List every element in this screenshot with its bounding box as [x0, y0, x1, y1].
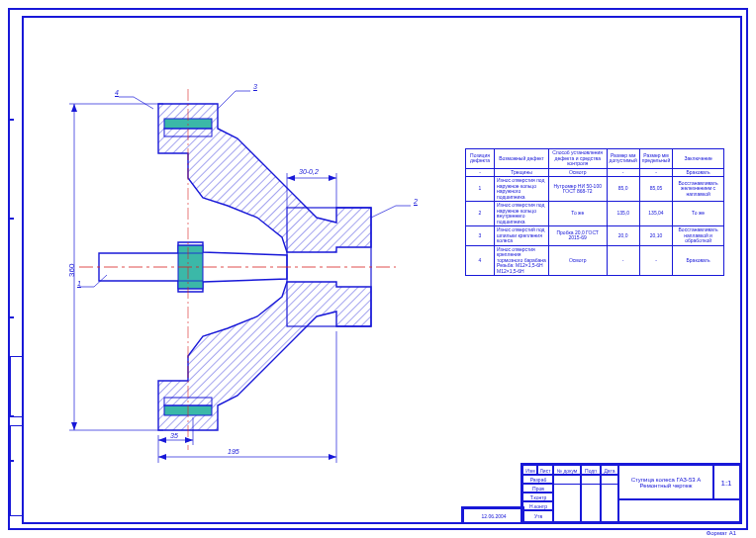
- table-row: 2 Износ отверстия под наружное кольцо вн…: [466, 202, 724, 226]
- leader-1: 1: [77, 280, 81, 287]
- svg-line-25: [218, 91, 236, 109]
- svg-marker-17: [158, 454, 166, 460]
- table-row: 1 Износ отверстия под наружное кольцо на…: [466, 177, 724, 202]
- dim-width: 195: [228, 448, 239, 455]
- svg-marker-12: [71, 104, 77, 112]
- dim-overall-height: 360: [67, 264, 76, 277]
- drawing-sheet: 360 195 35 30-0,2 4 3 2 1 Позиция дефект…: [0, 0, 756, 538]
- edge-tick: [8, 316, 14, 318]
- svg-marker-13: [71, 422, 77, 430]
- edge-tick: [8, 218, 14, 220]
- tb-date-col: [600, 474, 619, 522]
- tb-name-col: [552, 474, 582, 522]
- svg-line-23: [134, 97, 153, 109]
- table-row: 3 Износ отверстий под шпильки крепления …: [466, 226, 724, 246]
- svg-line-27: [371, 206, 396, 218]
- defect-table: Позиция дефекта Возможный дефект Способ …: [465, 148, 724, 276]
- table-row: - Трещины Осмотр - - Браковать: [466, 168, 724, 177]
- drawing-title: Ступица колеса ГАЗ-53 А Ремонтный чертеж: [617, 465, 714, 500]
- hdr-sizeb: Размер мм предельный: [639, 149, 672, 169]
- stamp-block: 12.06.2004: [461, 506, 524, 524]
- leader-2: 2: [414, 198, 418, 205]
- binding-box: [10, 356, 24, 417]
- hdr-concl: Заключение: [673, 149, 724, 169]
- leader-3: 3: [253, 83, 257, 90]
- table-row: 4 Износ отверстия крепления тормозного б…: [466, 245, 724, 276]
- tb-role: Утв: [522, 509, 554, 522]
- svg-marker-21: [158, 437, 166, 443]
- svg-marker-35: [329, 175, 336, 181]
- tb-sign-col: [580, 474, 602, 522]
- svg-marker-18: [329, 454, 336, 460]
- edge-tick: [8, 119, 14, 121]
- stamp-text: 12.06.2004: [463, 508, 524, 524]
- hub-section-view: [40, 59, 435, 475]
- hdr-sizea: Размер мм допустимый: [607, 149, 639, 169]
- title-block: Изм Лист № докум Подп Дата Разраб Пров Т…: [520, 463, 742, 524]
- dim-bore: 30-0,2: [299, 168, 319, 175]
- svg-marker-34: [287, 175, 295, 181]
- table-header-row: Позиция дефекта Возможный дефект Способ …: [466, 149, 724, 169]
- binding-box: [10, 425, 24, 516]
- title-line2: Ремонтный чертеж: [640, 483, 693, 489]
- hdr-method: Способ установления дефекта и средства к…: [548, 149, 607, 169]
- format-note: Формат А1: [707, 530, 736, 536]
- tb-scale: 1:1: [712, 465, 740, 500]
- tb-org: [617, 498, 740, 522]
- hdr-pos: Позиция дефекта: [466, 149, 495, 169]
- leader-4: 4: [115, 89, 119, 96]
- dim-small-width: 35: [170, 432, 178, 439]
- hdr-defect: Возможный дефект: [495, 149, 549, 169]
- svg-marker-22: [185, 437, 193, 443]
